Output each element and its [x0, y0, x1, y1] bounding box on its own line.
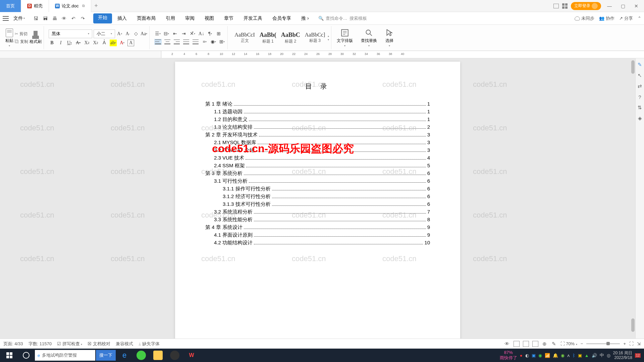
expand-icon[interactable]: ⇲	[637, 341, 641, 346]
increase-indent[interactable]: ⇥	[180, 31, 187, 37]
tab-insert[interactable]: 插入	[113, 13, 131, 23]
zoom-slider[interactable]	[586, 343, 620, 344]
edit-icon[interactable]: ✎	[551, 341, 557, 347]
collab-button[interactable]: 👥 协作	[599, 15, 614, 21]
change-case[interactable]: Aa▾	[141, 31, 147, 37]
subscript-button[interactable]: X2	[92, 40, 99, 46]
tray-icon-3[interactable]: ▣	[532, 353, 536, 358]
style-more[interactable]: ▾	[328, 38, 329, 41]
line-spacing[interactable]: ≡▾	[201, 39, 208, 45]
eye-icon[interactable]: 👁	[504, 341, 510, 347]
phonetic-button[interactable]: A҆	[101, 40, 108, 46]
minimize-button[interactable]: —	[604, 1, 614, 11]
toc-entry[interactable]: 3.3 系统性能分析8	[214, 217, 430, 223]
cursor-side-icon[interactable]: ↖	[637, 72, 643, 78]
text-effects[interactable]: ✕̆▾	[189, 31, 196, 37]
style-h3[interactable]: AaBbCc]标题 3	[303, 31, 327, 44]
undo-icon[interactable]: ↶	[70, 15, 76, 21]
toc-entry[interactable]: 4.2 功能结构设计10	[214, 240, 430, 246]
redo-icon[interactable]: ↷	[80, 15, 86, 21]
view-mode-2[interactable]	[523, 341, 529, 347]
tray-wifi-icon[interactable]: 📶	[545, 353, 550, 358]
tab-devtools[interactable]: 开发工具	[239, 13, 267, 23]
style-h1[interactable]: AaBb(标题 1	[258, 31, 278, 45]
sliders-icon[interactable]: ⇄	[637, 83, 643, 89]
share-button[interactable]: ↗ 分享	[619, 15, 633, 21]
menu-file[interactable]: 文件▾	[10, 14, 28, 23]
page-indicator[interactable]: 页面: 4/33	[3, 341, 23, 347]
align-right[interactable]	[173, 39, 180, 45]
layout-icon-1[interactable]	[553, 4, 559, 8]
tab-docshell[interactable]: D 稻壳	[21, 0, 49, 12]
align-left[interactable]	[154, 39, 162, 45]
tab-recommend[interactable]: 推 ›	[297, 13, 314, 23]
tray-bluetooth-icon[interactable]: ᛒ	[573, 353, 575, 358]
strike-button[interactable]: A▾	[75, 40, 82, 46]
italic-button[interactable]: I	[57, 40, 64, 46]
tab-start[interactable]: 开始	[93, 13, 112, 23]
bullets-button[interactable]: ☰▾	[154, 31, 161, 37]
tray-icon-2[interactable]: ◐	[525, 353, 529, 358]
tab-add[interactable]: +	[91, 2, 101, 9]
tab-home[interactable]: 首页	[0, 0, 21, 12]
tray-nvidia-icon[interactable]: ◉	[561, 353, 565, 358]
missing-font[interactable]: ⟂ 缺失字体	[139, 341, 160, 347]
select-button[interactable]: 选择▾	[382, 28, 396, 47]
cortana-icon[interactable]	[18, 349, 34, 362]
tab-references[interactable]: 引用	[161, 13, 180, 23]
highlight-button[interactable]: ab▾	[110, 40, 117, 46]
globe-icon[interactable]: ⊕	[542, 341, 548, 347]
tray-bell-icon[interactable]: 🔔	[553, 353, 558, 358]
fullscreen-icon[interactable]: ⛶	[629, 341, 634, 346]
convert-icon[interactable]: ⇅	[637, 105, 643, 111]
toc-entry[interactable]: 3.2 系统流程分析7	[214, 209, 430, 215]
numbering-button[interactable]: ⊟▾	[163, 31, 170, 37]
toc-entry[interactable]: 第 4 章 系统设计9	[205, 224, 430, 231]
toc-entry[interactable]: 1.1 选题动因1	[214, 109, 430, 115]
tray-icon-6[interactable]: ◎	[607, 353, 610, 358]
font-size-select[interactable]: 小二▾	[94, 29, 115, 38]
vertical-scrollbar[interactable]	[631, 60, 635, 332]
align-justify[interactable]	[182, 39, 190, 45]
start-button[interactable]	[1, 349, 17, 362]
align-center[interactable]	[164, 39, 171, 45]
compat-mode[interactable]: 兼容模式	[116, 341, 133, 347]
borders-button[interactable]: ⊞▾	[219, 39, 225, 45]
toc-entry[interactable]: 第 3 章 系统分析6	[205, 170, 430, 177]
tab-screen-icon[interactable]: ⧉	[82, 4, 85, 8]
toc-entry[interactable]: 3.1 可行性分析6	[214, 178, 430, 184]
tab-page-layout[interactable]: 页面布局	[132, 13, 160, 23]
clear-format[interactable]: ◇	[132, 31, 139, 37]
collapse-ribbon[interactable]: ⌃	[638, 16, 641, 21]
view-mode-1[interactable]	[514, 341, 520, 347]
print-icon[interactable]: 🖶	[52, 15, 58, 21]
tray-volume-icon[interactable]: 🔊	[592, 353, 597, 358]
bold-button[interactable]: B	[49, 40, 55, 46]
save-as-icon[interactable]: 🖬	[42, 15, 48, 21]
task-wps[interactable]: W	[183, 349, 200, 362]
superscript-button[interactable]: X2	[84, 40, 90, 46]
spellcheck-toggle[interactable]: ☑ 拼写检查 ▾	[57, 341, 82, 347]
close-button[interactable]: ✕	[631, 1, 641, 11]
tab-review[interactable]: 审阅	[180, 13, 199, 23]
format-painter[interactable]: 格式刷	[30, 31, 42, 45]
search-commands[interactable]: 🔍 查找命令… 搜索模板	[318, 15, 367, 21]
tab-chapter[interactable]: 章节	[219, 13, 238, 23]
tray-speed-icon[interactable]: ▲	[585, 353, 589, 358]
tabs-button[interactable]: ⊞	[215, 31, 222, 37]
zoom-in[interactable]: +	[623, 341, 626, 346]
toc-entry[interactable]: 3.1.1 操作可行性分析6	[223, 186, 430, 192]
show-marks[interactable]: ¶▾	[207, 31, 213, 37]
task-ie[interactable]: e	[116, 349, 132, 362]
underline-button[interactable]: U▾	[66, 40, 73, 46]
font-color-button[interactable]: A▾	[119, 40, 125, 46]
paste-button[interactable]: 粘贴▾	[5, 28, 13, 47]
taskbar-clock[interactable]: 20:16 周日2022/9/18	[613, 351, 632, 360]
weather-widget[interactable]: 87%雨快停了	[500, 350, 517, 361]
code-icon[interactable]: ◈	[637, 115, 643, 121]
find-replace-button[interactable]: 查找替换▾	[358, 28, 380, 47]
notification-badge[interactable]: 12	[635, 353, 641, 358]
toc-entry[interactable]: 3.1.2 经济可行性分析6	[223, 193, 430, 200]
tray-ime[interactable]: 中	[600, 352, 604, 358]
sort-button[interactable]: A↓	[198, 31, 205, 37]
